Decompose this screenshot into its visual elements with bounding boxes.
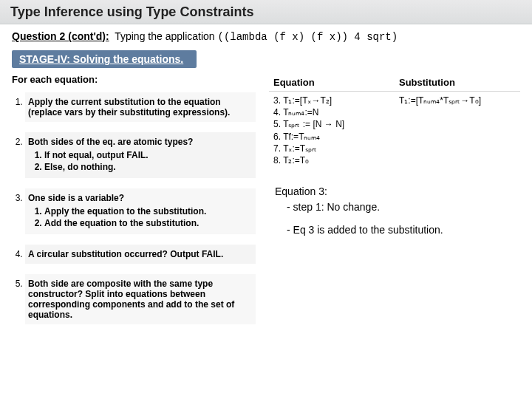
stage-banner: STAGE-IV: Solving the equations. bbox=[12, 50, 197, 68]
step-2-2: Else, do nothing. bbox=[44, 162, 251, 172]
step-2: Both sides of the eq. are atomic types? … bbox=[25, 132, 256, 178]
step-3: One side is a variable? Apply the equati… bbox=[25, 188, 256, 234]
equation-cell: 3. T₁:=[Tₓ→T₂] 4. Tₙᵤₘ₄:=N 5. Tₛₚᵣₜ := [… bbox=[269, 92, 395, 170]
steps-heading: For each equation: bbox=[12, 74, 256, 85]
step-1: Apply the current substitution to the eq… bbox=[25, 92, 256, 122]
question-prefix: Typing the application bbox=[115, 30, 217, 42]
step-3-2: Add the equation to the substitution. bbox=[44, 218, 251, 228]
question-line: Question 2 (cont'd): Typing the applicat… bbox=[0, 24, 532, 49]
col-equation: Equation bbox=[269, 74, 395, 92]
step-4: A circular substitution occurred? Output… bbox=[25, 245, 256, 264]
step-3-1: Apply the equation to the substitution. bbox=[44, 206, 251, 216]
page-title: Type Inference using Type Constraints bbox=[10, 4, 253, 19]
right-column: Equation Substitution 3. T₁:=[Tₓ→T₂] 4. … bbox=[269, 74, 520, 335]
notes-heading: Equation 3: bbox=[275, 184, 520, 200]
step-5: Both side are composite with the same ty… bbox=[25, 274, 256, 324]
col-substitution: Substitution bbox=[395, 74, 520, 92]
substitution-cell: T₁:=[Tₙᵤₘ₄*Tₛₚᵣₜ→T₀] bbox=[395, 92, 520, 170]
notes-line-1: - step 1: No change. bbox=[287, 200, 520, 215]
question-code: ((lambda (f x) (f x)) 4 sqrt) bbox=[218, 31, 398, 43]
notes-block: Equation 3: - step 1: No change. - Eq 3 … bbox=[269, 184, 520, 238]
question-label: Question 2 (cont'd): bbox=[12, 30, 109, 42]
steps-column: For each equation: Apply the current sub… bbox=[12, 74, 256, 335]
step-2-1: If not equal, output FAIL. bbox=[44, 150, 251, 160]
notes-line-2: - Eq 3 is added to the substitution. bbox=[287, 222, 520, 238]
